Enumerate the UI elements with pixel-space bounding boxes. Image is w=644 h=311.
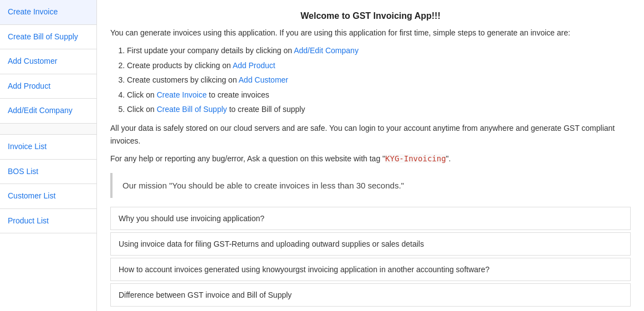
page-title: Welcome to GST Invoicing App!!! <box>110 11 631 21</box>
step-item-5: Click on Create Bill of Supply to create… <box>127 103 631 115</box>
data-note: All your data is safely stored on our cl… <box>110 122 631 147</box>
faq-item-2[interactable]: Using invoice data for filing GST-Return… <box>110 232 631 256</box>
step-link-add-product[interactable]: Add Product <box>233 61 275 70</box>
step-item-1: First update your company details by cli… <box>127 44 631 57</box>
sidebar-bottom: Invoice ListBOS ListCustomer ListProduct… <box>0 135 96 233</box>
faq-item-3[interactable]: How to account invoices generated using … <box>110 258 631 281</box>
faq-item-4[interactable]: Difference between GST invoice and Bill … <box>110 283 631 307</box>
step-link-add-edit-company[interactable]: Add/Edit Company <box>294 46 359 55</box>
step-item-3: Create customers by clikcing on Add Cust… <box>127 74 631 86</box>
sidebar-item-create-invoice[interactable]: Create Invoice <box>0 0 96 25</box>
intro-text: You can generate invoices using this app… <box>110 27 631 39</box>
help-text: For any help or reporting any bug/error,… <box>110 152 631 165</box>
mission-text: Our mission "You should be able to creat… <box>122 181 404 190</box>
step-item-4: Click on Create Invoice to create invoic… <box>127 89 631 101</box>
sidebar-item-add-edit-company[interactable]: Add/Edit Company <box>0 99 96 124</box>
sidebar-item-invoice-list[interactable]: Invoice List <box>0 135 96 160</box>
faq-section: Why you should use invoicing application… <box>110 207 631 307</box>
sidebar-divider <box>0 124 96 135</box>
sidebar: Create InvoiceCreate Bill of SupplyAdd C… <box>0 0 97 311</box>
step-link-create-invoice[interactable]: Create Invoice <box>157 90 207 99</box>
step-item-2: Create products by clicking on Add Produ… <box>127 59 631 72</box>
sidebar-item-bos-list[interactable]: BOS List <box>0 160 96 185</box>
mission-block: Our mission "You should be able to creat… <box>110 173 631 198</box>
step-link-create-bos[interactable]: Create Bill of Supply <box>157 105 227 114</box>
help-tag: KYG-Invoicing <box>385 154 446 163</box>
sidebar-item-add-customer[interactable]: Add Customer <box>0 49 96 74</box>
sidebar-top: Create InvoiceCreate Bill of SupplyAdd C… <box>0 0 96 124</box>
faq-item-1[interactable]: Why you should use invoicing application… <box>110 207 631 230</box>
steps-list: First update your company details by cli… <box>127 44 631 115</box>
step-link-add-customer[interactable]: Add Customer <box>239 75 288 84</box>
sidebar-item-create-bill-of-supply[interactable]: Create Bill of Supply <box>0 25 96 50</box>
sidebar-item-product-list[interactable]: Product List <box>0 209 96 234</box>
sidebar-item-add-product[interactable]: Add Product <box>0 74 96 99</box>
sidebar-item-customer-list[interactable]: Customer List <box>0 184 96 209</box>
main-content: Welcome to GST Invoicing App!!! You can … <box>97 0 644 311</box>
